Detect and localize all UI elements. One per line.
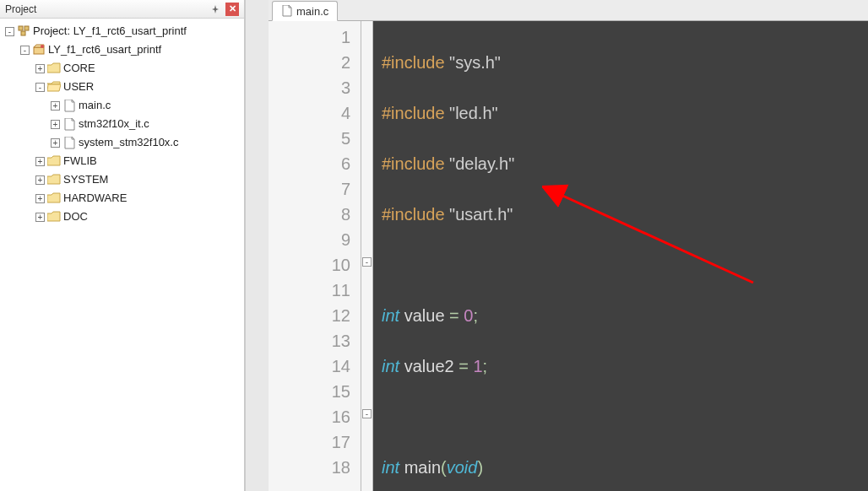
- editor-area: main.c 1 2 3 4 5 6 7 8 9 10 11 12 13 14 …: [269, 0, 868, 491]
- expand-icon[interactable]: +: [51, 120, 60, 129]
- code-editor[interactable]: 1 2 3 4 5 6 7 8 9 10 11 12 13 14 15 16 1…: [269, 21, 868, 491]
- folder-icon: [47, 62, 61, 75]
- expand-icon[interactable]: -: [20, 46, 30, 55]
- line-number: 8: [269, 202, 350, 227]
- folder-icon: [47, 173, 61, 186]
- line-number: 5: [269, 126, 350, 151]
- group-core[interactable]: + CORE: [34, 59, 244, 78]
- side-tab-strip[interactable]: [245, 0, 269, 491]
- group-user[interactable]: - USER: [34, 78, 244, 96]
- expand-icon[interactable]: +: [51, 138, 60, 148]
- tab-main-c[interactable]: main.c: [272, 1, 338, 21]
- fold-icon[interactable]: -: [362, 257, 372, 267]
- file-it[interactable]: + stm32f10x_it.c: [49, 115, 244, 133]
- group-label: FWLIB: [63, 152, 97, 170]
- line-number: 3: [269, 75, 350, 100]
- group-label: DOC: [63, 208, 88, 226]
- svg-rect-3: [34, 47, 44, 54]
- expand-icon[interactable]: -: [35, 83, 45, 92]
- workspace-icon: [17, 24, 30, 38]
- workspace-label: Project: LY_f1_rct6_usart_printf: [33, 22, 187, 40]
- expand-icon[interactable]: -: [5, 27, 14, 36]
- line-number: 14: [269, 353, 350, 379]
- group-hardware[interactable]: + HARDWARE: [34, 189, 244, 208]
- svg-rect-2: [21, 31, 25, 35]
- tab-label: main.c: [296, 5, 328, 18]
- line-number: 4: [269, 100, 350, 126]
- group-label: USER: [63, 78, 94, 96]
- svg-point-5: [41, 45, 44, 48]
- group-label: HARDWARE: [63, 189, 127, 208]
- cfile-icon: [62, 136, 76, 149]
- code-content[interactable]: #include "sys.h" #include "led.h" #inclu…: [373, 21, 868, 491]
- project-tree[interactable]: - Project: LY_f1_rct6_usart_printf -: [0, 19, 244, 491]
- expand-icon[interactable]: +: [35, 213, 45, 222]
- panel-header: Project ✕: [0, 0, 244, 19]
- file-main[interactable]: + main.c: [49, 96, 244, 115]
- group-doc[interactable]: + DOC: [34, 208, 244, 226]
- pin-icon[interactable]: [209, 3, 222, 16]
- panel-title: Project: [5, 3, 36, 15]
- expand-icon[interactable]: +: [35, 157, 45, 166]
- folder-open-icon: [47, 80, 61, 94]
- line-number: 6: [269, 151, 350, 176]
- cfile-icon: [62, 99, 76, 112]
- line-number: 15: [269, 379, 350, 404]
- line-number: 7: [269, 176, 350, 202]
- expand-icon[interactable]: +: [51, 101, 60, 111]
- group-fwlib[interactable]: + FWLIB: [34, 152, 244, 170]
- line-gutter: 1 2 3 4 5 6 7 8 9 10 11 12 13 14 15 16 1…: [269, 21, 361, 491]
- target-icon: [32, 43, 46, 57]
- fold-gutter[interactable]: - -: [361, 21, 373, 491]
- cfile-icon: [62, 117, 76, 131]
- file-sys[interactable]: + system_stm32f10x.c: [49, 133, 244, 152]
- line-number: 2: [269, 50, 350, 75]
- expand-icon[interactable]: +: [35, 194, 45, 203]
- fold-icon[interactable]: -: [362, 409, 372, 418]
- target-node[interactable]: - LY_f1_rct6_usart_printf: [19, 40, 244, 59]
- folder-icon: [47, 192, 61, 205]
- expand-icon[interactable]: +: [35, 64, 45, 73]
- group-label: SYSTEM: [63, 170, 108, 189]
- group-label: CORE: [63, 59, 95, 78]
- tab-bar[interactable]: main.c: [269, 0, 868, 21]
- svg-rect-1: [24, 26, 29, 30]
- target-label: LY_f1_rct6_usart_printf: [48, 40, 161, 59]
- line-number: 17: [269, 429, 350, 455]
- line-number: 11: [269, 278, 350, 303]
- cfile-icon: [281, 5, 293, 17]
- folder-icon: [47, 210, 61, 224]
- line-number: 10: [269, 252, 350, 278]
- expand-icon[interactable]: +: [35, 175, 45, 185]
- close-icon[interactable]: ✕: [225, 3, 239, 16]
- line-number: 18: [269, 455, 350, 480]
- line-number: 9: [269, 227, 350, 252]
- svg-rect-0: [19, 26, 23, 30]
- file-label: main.c: [79, 96, 111, 115]
- group-system[interactable]: + SYSTEM: [34, 170, 244, 189]
- folder-icon: [47, 154, 61, 168]
- project-panel: Project ✕ - Project: LY_f1_rct6_usart_pr…: [0, 0, 245, 491]
- line-number: 13: [269, 328, 350, 353]
- line-number: 12: [269, 303, 350, 328]
- line-number: 1: [269, 24, 350, 50]
- file-label: stm32f10x_it.c: [79, 115, 149, 133]
- file-label: system_stm32f10x.c: [79, 133, 179, 152]
- line-number: 16: [269, 404, 350, 429]
- workspace-node[interactable]: - Project: LY_f1_rct6_usart_printf: [3, 22, 244, 40]
